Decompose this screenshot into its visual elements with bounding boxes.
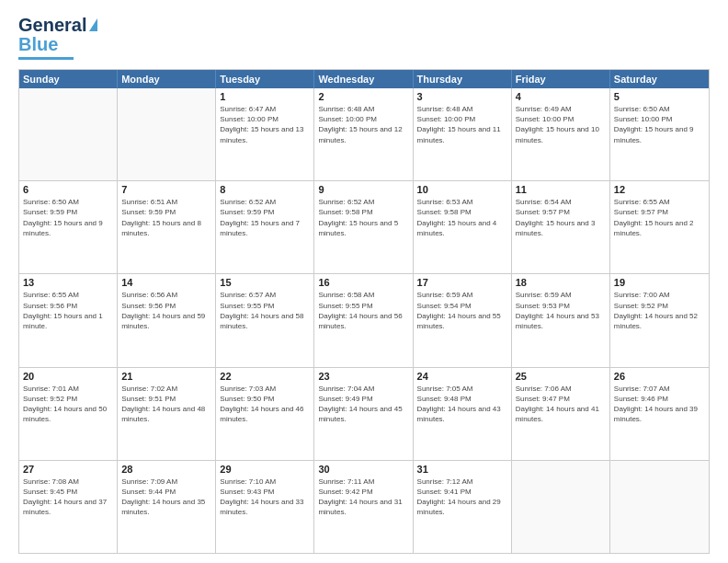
calendar-cell: 17Sunrise: 6:59 AM Sunset: 9:54 PM Dayli… bbox=[414, 274, 512, 366]
calendar-row-2: 13Sunrise: 6:55 AM Sunset: 9:56 PM Dayli… bbox=[19, 274, 709, 367]
day-info: Sunrise: 6:47 AM Sunset: 10:00 PM Daylig… bbox=[220, 104, 310, 145]
day-number: 28 bbox=[121, 464, 211, 475]
day-info: Sunrise: 6:50 AM Sunset: 9:59 PM Dayligh… bbox=[23, 197, 113, 238]
header-day-thursday: Thursday bbox=[414, 70, 512, 88]
day-number: 9 bbox=[318, 184, 408, 195]
day-number: 21 bbox=[121, 371, 211, 382]
calendar-cell: 13Sunrise: 6:55 AM Sunset: 9:56 PM Dayli… bbox=[19, 274, 118, 366]
day-info: Sunrise: 7:03 AM Sunset: 9:50 PM Dayligh… bbox=[220, 384, 310, 425]
calendar-cell: 21Sunrise: 7:02 AM Sunset: 9:51 PM Dayli… bbox=[118, 368, 216, 460]
day-number: 8 bbox=[220, 184, 310, 195]
day-number: 3 bbox=[417, 91, 507, 102]
calendar-cell: 1Sunrise: 6:47 AM Sunset: 10:00 PM Dayli… bbox=[216, 88, 314, 180]
day-info: Sunrise: 6:55 AM Sunset: 9:57 PM Dayligh… bbox=[614, 197, 705, 238]
calendar-row-1: 6Sunrise: 6:50 AM Sunset: 9:59 PM Daylig… bbox=[19, 181, 709, 274]
day-number: 6 bbox=[23, 184, 113, 195]
calendar-cell: 10Sunrise: 6:53 AM Sunset: 9:58 PM Dayli… bbox=[414, 181, 512, 273]
day-info: Sunrise: 6:52 AM Sunset: 9:59 PM Dayligh… bbox=[220, 197, 310, 238]
calendar-header: SundayMondayTuesdayWednesdayThursdayFrid… bbox=[19, 70, 709, 88]
calendar-cell: 5Sunrise: 6:50 AM Sunset: 10:00 PM Dayli… bbox=[610, 88, 709, 180]
day-number: 25 bbox=[516, 371, 606, 382]
header-day-monday: Monday bbox=[118, 70, 216, 88]
calendar-cell bbox=[19, 88, 118, 180]
calendar-cell: 29Sunrise: 7:10 AM Sunset: 9:43 PM Dayli… bbox=[216, 461, 314, 553]
calendar-cell: 4Sunrise: 6:49 AM Sunset: 10:00 PM Dayli… bbox=[512, 88, 610, 180]
day-info: Sunrise: 6:59 AM Sunset: 9:54 PM Dayligh… bbox=[417, 290, 507, 331]
header-day-saturday: Saturday bbox=[610, 70, 709, 88]
calendar-cell: 22Sunrise: 7:03 AM Sunset: 9:50 PM Dayli… bbox=[216, 368, 314, 460]
calendar-cell: 14Sunrise: 6:56 AM Sunset: 9:56 PM Dayli… bbox=[118, 274, 216, 366]
calendar-cell: 18Sunrise: 6:59 AM Sunset: 9:53 PM Dayli… bbox=[512, 274, 610, 366]
day-number: 22 bbox=[220, 371, 310, 382]
day-info: Sunrise: 6:58 AM Sunset: 9:55 PM Dayligh… bbox=[318, 290, 408, 331]
day-info: Sunrise: 7:02 AM Sunset: 9:51 PM Dayligh… bbox=[121, 384, 211, 425]
header: General Blue bbox=[18, 15, 710, 60]
day-info: Sunrise: 6:50 AM Sunset: 10:00 PM Daylig… bbox=[614, 104, 705, 145]
day-number: 11 bbox=[516, 184, 606, 195]
day-info: Sunrise: 6:51 AM Sunset: 9:59 PM Dayligh… bbox=[121, 197, 211, 238]
calendar-row-0: 1Sunrise: 6:47 AM Sunset: 10:00 PM Dayli… bbox=[19, 88, 709, 181]
calendar-cell: 3Sunrise: 6:48 AM Sunset: 10:00 PM Dayli… bbox=[414, 88, 512, 180]
logo: General Blue bbox=[18, 15, 97, 60]
calendar-cell: 24Sunrise: 7:05 AM Sunset: 9:48 PM Dayli… bbox=[414, 368, 512, 460]
logo-general: General bbox=[18, 15, 86, 36]
day-info: Sunrise: 7:10 AM Sunset: 9:43 PM Dayligh… bbox=[220, 477, 310, 518]
calendar-cell: 8Sunrise: 6:52 AM Sunset: 9:59 PM Daylig… bbox=[216, 181, 314, 273]
calendar-cell: 6Sunrise: 6:50 AM Sunset: 9:59 PM Daylig… bbox=[19, 181, 118, 273]
calendar-cell: 9Sunrise: 6:52 AM Sunset: 9:58 PM Daylig… bbox=[314, 181, 413, 273]
day-number: 31 bbox=[417, 464, 507, 475]
day-number: 7 bbox=[121, 184, 211, 195]
day-info: Sunrise: 6:59 AM Sunset: 9:53 PM Dayligh… bbox=[516, 290, 606, 331]
calendar-cell: 27Sunrise: 7:08 AM Sunset: 9:45 PM Dayli… bbox=[19, 461, 118, 553]
calendar-cell: 20Sunrise: 7:01 AM Sunset: 9:52 PM Dayli… bbox=[19, 368, 118, 460]
calendar-cell: 30Sunrise: 7:11 AM Sunset: 9:42 PM Dayli… bbox=[314, 461, 413, 553]
calendar-cell: 28Sunrise: 7:09 AM Sunset: 9:44 PM Dayli… bbox=[118, 461, 216, 553]
calendar-row-3: 20Sunrise: 7:01 AM Sunset: 9:52 PM Dayli… bbox=[19, 368, 709, 461]
header-day-friday: Friday bbox=[512, 70, 610, 88]
calendar-cell: 31Sunrise: 7:12 AM Sunset: 9:41 PM Dayli… bbox=[414, 461, 512, 553]
day-number: 4 bbox=[516, 91, 606, 102]
logo-triangle-icon bbox=[89, 18, 97, 31]
day-number: 24 bbox=[417, 371, 507, 382]
logo-underline bbox=[18, 57, 74, 60]
calendar-cell: 23Sunrise: 7:04 AM Sunset: 9:49 PM Dayli… bbox=[314, 368, 413, 460]
calendar-cell bbox=[512, 461, 610, 553]
day-info: Sunrise: 6:48 AM Sunset: 10:00 PM Daylig… bbox=[318, 104, 408, 145]
day-info: Sunrise: 7:00 AM Sunset: 9:52 PM Dayligh… bbox=[614, 290, 705, 331]
calendar-row-4: 27Sunrise: 7:08 AM Sunset: 9:45 PM Dayli… bbox=[19, 461, 709, 553]
day-info: Sunrise: 7:12 AM Sunset: 9:41 PM Dayligh… bbox=[417, 477, 507, 518]
day-number: 17 bbox=[417, 277, 507, 288]
calendar-cell: 11Sunrise: 6:54 AM Sunset: 9:57 PM Dayli… bbox=[512, 181, 610, 273]
day-info: Sunrise: 7:05 AM Sunset: 9:48 PM Dayligh… bbox=[417, 384, 507, 425]
page: General Blue SundayMondayTuesdayWednesda… bbox=[0, 0, 728, 563]
day-info: Sunrise: 7:07 AM Sunset: 9:46 PM Dayligh… bbox=[614, 384, 705, 425]
day-number: 15 bbox=[220, 277, 310, 288]
calendar-body: 1Sunrise: 6:47 AM Sunset: 10:00 PM Dayli… bbox=[19, 88, 709, 553]
calendar-cell: 26Sunrise: 7:07 AM Sunset: 9:46 PM Dayli… bbox=[610, 368, 709, 460]
header-day-tuesday: Tuesday bbox=[216, 70, 314, 88]
calendar-cell: 25Sunrise: 7:06 AM Sunset: 9:47 PM Dayli… bbox=[512, 368, 610, 460]
day-info: Sunrise: 7:09 AM Sunset: 9:44 PM Dayligh… bbox=[121, 477, 211, 518]
calendar-cell: 12Sunrise: 6:55 AM Sunset: 9:57 PM Dayli… bbox=[610, 181, 709, 273]
calendar-cell: 19Sunrise: 7:00 AM Sunset: 9:52 PM Dayli… bbox=[610, 274, 709, 366]
day-info: Sunrise: 6:52 AM Sunset: 9:58 PM Dayligh… bbox=[318, 197, 408, 238]
day-number: 14 bbox=[121, 277, 211, 288]
day-number: 18 bbox=[516, 277, 606, 288]
calendar-cell: 7Sunrise: 6:51 AM Sunset: 9:59 PM Daylig… bbox=[118, 181, 216, 273]
day-number: 13 bbox=[23, 277, 113, 288]
calendar-cell bbox=[118, 88, 216, 180]
day-info: Sunrise: 7:11 AM Sunset: 9:42 PM Dayligh… bbox=[318, 477, 408, 518]
day-info: Sunrise: 6:55 AM Sunset: 9:56 PM Dayligh… bbox=[23, 290, 113, 331]
day-info: Sunrise: 6:53 AM Sunset: 9:58 PM Dayligh… bbox=[417, 197, 507, 238]
day-number: 20 bbox=[23, 371, 113, 382]
day-info: Sunrise: 6:54 AM Sunset: 9:57 PM Dayligh… bbox=[516, 197, 606, 238]
calendar-cell: 2Sunrise: 6:48 AM Sunset: 10:00 PM Dayli… bbox=[314, 88, 413, 180]
calendar: SundayMondayTuesdayWednesdayThursdayFrid… bbox=[18, 69, 710, 554]
day-number: 29 bbox=[220, 464, 310, 475]
day-info: Sunrise: 7:01 AM Sunset: 9:52 PM Dayligh… bbox=[23, 384, 113, 425]
day-number: 5 bbox=[614, 91, 705, 102]
day-number: 23 bbox=[318, 371, 408, 382]
header-day-sunday: Sunday bbox=[19, 70, 118, 88]
day-number: 16 bbox=[318, 277, 408, 288]
day-info: Sunrise: 7:06 AM Sunset: 9:47 PM Dayligh… bbox=[516, 384, 606, 425]
